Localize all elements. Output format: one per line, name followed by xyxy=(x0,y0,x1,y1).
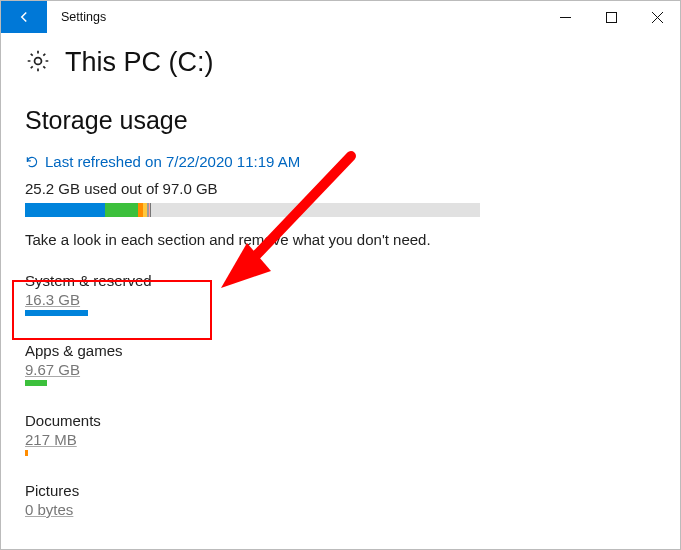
category-bar-fill xyxy=(25,450,28,456)
category-bar xyxy=(25,380,88,386)
maximize-icon xyxy=(606,12,617,23)
category-bar-fill xyxy=(25,380,47,386)
category-label: Pictures xyxy=(25,482,656,499)
category-size: 9.67 GB xyxy=(25,361,656,378)
category-bar-fill xyxy=(25,310,88,316)
category-item[interactable]: Documents217 MB xyxy=(25,412,656,456)
content-area[interactable]: This PC (C:) Storage usage Last refreshe… xyxy=(1,33,680,549)
category-list: System & reserved16.3 GBApps & games9.67… xyxy=(25,272,656,526)
usage-segment-other3 xyxy=(150,203,151,217)
titlebar: Settings xyxy=(1,1,680,33)
category-bar xyxy=(25,310,88,316)
refresh-icon xyxy=(25,155,39,169)
category-label: Apps & games xyxy=(25,342,656,359)
category-item[interactable]: Apps & games9.67 GB xyxy=(25,342,656,386)
window-title: Settings xyxy=(47,1,542,33)
category-item[interactable]: System & reserved16.3 GB xyxy=(25,272,656,316)
maximize-button[interactable] xyxy=(588,1,634,33)
gear-icon xyxy=(25,48,51,78)
category-label: System & reserved xyxy=(25,272,656,289)
usage-bar xyxy=(25,203,480,217)
page-header: This PC (C:) xyxy=(25,47,656,78)
category-size: 0 bytes xyxy=(25,501,656,518)
usage-segment-system xyxy=(25,203,105,217)
category-label: Documents xyxy=(25,412,656,429)
page-title: This PC (C:) xyxy=(65,47,214,78)
svg-rect-1 xyxy=(606,12,616,22)
hint-text: Take a look in each section and remove w… xyxy=(25,231,656,248)
category-size: 16.3 GB xyxy=(25,291,656,308)
window-controls xyxy=(542,1,680,33)
refresh-text: Last refreshed on 7/22/2020 11:19 AM xyxy=(45,153,300,170)
back-arrow-icon xyxy=(15,8,33,26)
category-bar xyxy=(25,450,88,456)
section-title: Storage usage xyxy=(25,106,656,135)
minimize-button[interactable] xyxy=(542,1,588,33)
close-icon xyxy=(652,12,663,23)
refresh-link[interactable]: Last refreshed on 7/22/2020 11:19 AM xyxy=(25,153,656,170)
category-item[interactable]: Pictures0 bytes xyxy=(25,482,656,526)
category-bar xyxy=(25,520,88,526)
close-button[interactable] xyxy=(634,1,680,33)
used-summary: 25.2 GB used out of 97.0 GB xyxy=(25,180,656,197)
back-button[interactable] xyxy=(1,1,47,33)
category-size: 217 MB xyxy=(25,431,656,448)
svg-point-4 xyxy=(35,57,42,64)
usage-segment-apps xyxy=(105,203,138,217)
minimize-icon xyxy=(560,12,571,23)
